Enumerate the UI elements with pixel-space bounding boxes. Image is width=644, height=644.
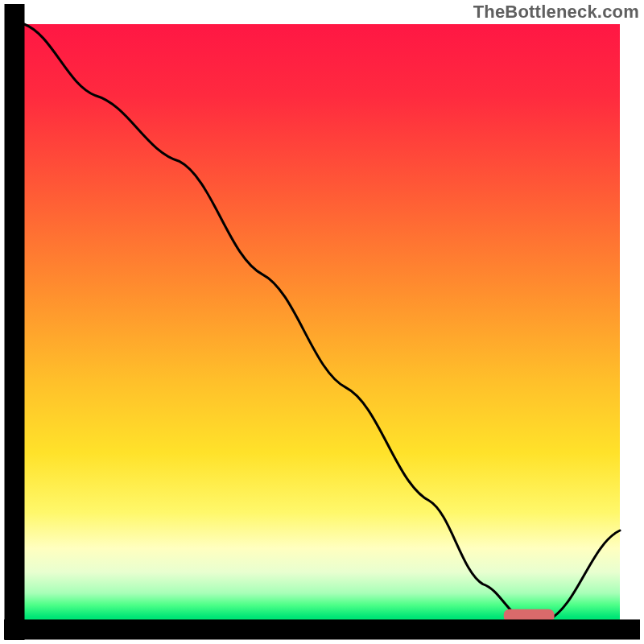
bottleneck-chart	[0, 0, 644, 644]
plot-background	[24, 24, 620, 620]
watermark-text: TheBottleneck.com	[473, 2, 639, 23]
